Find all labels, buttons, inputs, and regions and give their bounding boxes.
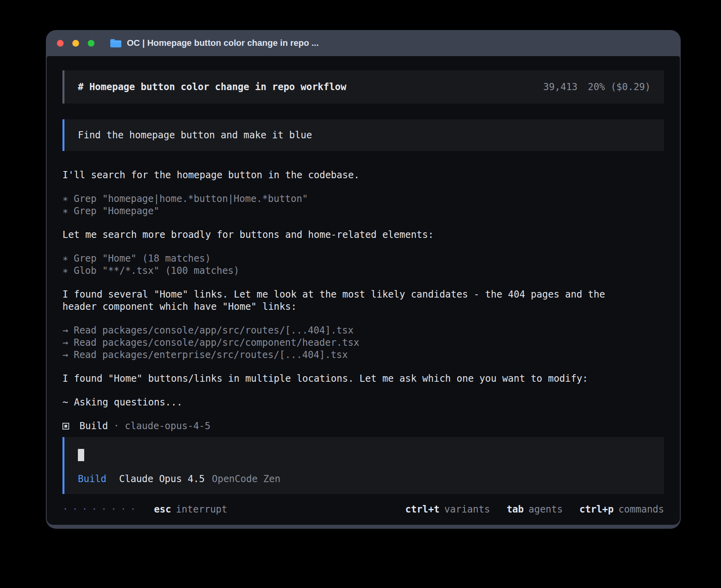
read-call-line: →Read packages/console/app/src/routes/[.… [62,324,664,337]
context-usage: 20% ($0.29) [588,81,651,92]
shortcut-commands: ctrl+p commands [579,504,664,515]
read-call-text: Read packages/console/app/src/component/… [74,337,359,348]
prompt-input[interactable]: Build Claude Opus 4.5 OpenCode Zen [62,437,664,494]
minimize-button[interactable] [72,40,79,47]
text-cursor [78,449,84,461]
mode-badge[interactable]: Build [78,473,106,484]
window-title-group: OC | Homepage button color change in rep… [109,38,319,48]
read-call-line: →Read packages/enterprise/src/routes/[..… [62,349,664,361]
tool-call-line: ∗Grep "Home" (18 matches) [62,253,664,265]
tool-call-line: ∗Glob "**/*.tsx" (100 matches) [62,265,664,277]
model-name: Claude Opus 4.5 [119,473,205,484]
traffic-lights [57,40,94,47]
user-message-text: Find the homepage button and make it blu… [78,130,312,141]
folder-icon [109,38,121,48]
ctrl-t-key: ctrl+t [405,504,440,515]
status-bar-left: ········ esc interrupt [62,504,227,515]
asterisk-icon: ∗ [62,193,68,204]
agent-square-icon [62,423,69,430]
tool-call-group: ∗Grep "homepage|home.*button|Home.*butto… [62,193,664,217]
session-header: # Homepage button color change in repo w… [62,70,664,104]
tool-call-text: Grep "homepage|home.*button|Home.*button… [74,193,308,204]
progress-dots: ········ [62,504,140,515]
terminal-window: OC | Homepage button color change in rep… [46,30,681,529]
tab-key: tab [507,504,524,515]
esc-key: esc [154,504,171,515]
tool-call-group: ∗Grep "Home" (18 matches) ∗Glob "**/*.ts… [62,253,664,277]
titlebar: OC | Homepage button color change in rep… [47,30,680,56]
agent-name: Build [79,420,108,432]
shortcut-agents: tab agents [507,504,563,515]
commands-label: commands [618,504,664,515]
status-bar: ········ esc interrupt ctrl+t variants t… [62,504,664,515]
asterisk-icon: ∗ [62,253,68,264]
ctrl-p-key: ctrl+p [579,504,614,515]
arrow-right-icon: → [62,337,68,348]
assistant-text: I found "Home" buttons/links in multiple… [62,373,644,385]
transcript: I'll search for the homepage button in t… [62,169,664,432]
session-stats: 39,413 20% ($0.29) [543,81,651,92]
tool-call-text: Grep "Homepage" [74,205,159,217]
tool-call-text: Glob "**/*.tsx" (100 matches) [74,265,239,276]
terminal-content: # Homepage button color change in repo w… [47,56,680,525]
agents-label: agents [528,504,563,515]
dot-separator: · [113,420,119,432]
read-call-line: →Read packages/console/app/src/component… [62,337,664,349]
read-call-text: Read packages/enterprise/src/routes/[...… [74,349,348,360]
status-bar-right: ctrl+t variants tab agents ctrl+p comman… [405,504,664,515]
tool-call-text: Grep "Home" (18 matches) [74,253,211,264]
read-call-text: Read packages/console/app/src/routes/[..… [74,325,353,336]
tool-call-line: ∗Grep "Homepage" [62,205,664,217]
arrow-right-icon: → [62,349,68,360]
esc-label: interrupt [176,504,227,515]
tool-call-line: ∗Grep "homepage|home.*button|Home.*butto… [62,193,664,205]
read-call-group: →Read packages/console/app/src/routes/[.… [62,324,664,361]
arrow-right-icon: → [62,325,68,336]
assistant-text: I found several "Home" links. Let me loo… [62,288,644,313]
user-message: Find the homepage button and make it blu… [62,119,664,151]
agent-model: claude-opus-4-5 [125,420,211,432]
zoom-button[interactable] [88,40,94,47]
asterisk-icon: ∗ [62,265,68,276]
variants-label: variants [444,504,490,515]
window-title: OC | Homepage button color change in rep… [127,38,319,48]
token-count: 39,413 [543,81,578,92]
close-button[interactable] [57,40,64,47]
assistant-text: I'll search for the homepage button in t… [62,169,644,181]
provider-name: OpenCode Zen [212,473,280,484]
session-title: # Homepage button color change in repo w… [78,81,346,92]
agent-status-line: Build · claude-opus-4-5 [62,420,664,432]
status-line: ~ Asking questions... [62,396,664,409]
shortcut-interrupt: esc interrupt [154,504,227,515]
assistant-text: Let me search more broadly for buttons a… [62,229,644,241]
model-row: Build Claude Opus 4.5 OpenCode Zen [78,473,651,484]
asterisk-icon: ∗ [62,205,68,217]
shortcut-variants: ctrl+t variants [405,504,490,515]
